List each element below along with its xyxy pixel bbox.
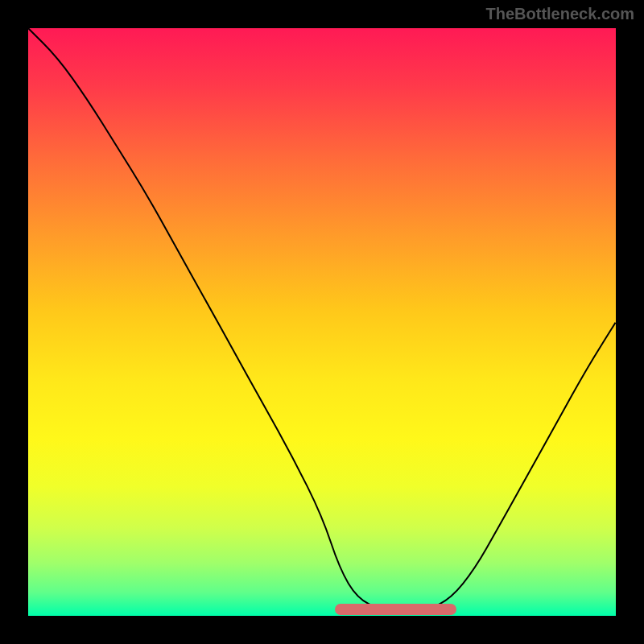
watermark-text: TheBottleneck.com [486, 5, 634, 23]
chart-plot-area [28, 28, 616, 616]
chart-curve [28, 28, 616, 616]
curve-path [28, 28, 616, 610]
optimal-zone-marker [335, 604, 456, 615]
